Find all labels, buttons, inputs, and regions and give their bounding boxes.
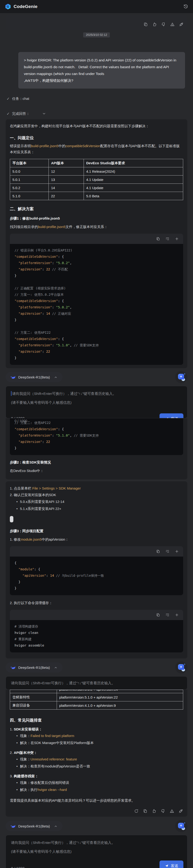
sparkle-icon: + (184, 372, 186, 376)
thumbs-up-icon[interactable] (152, 809, 157, 813)
chat-input[interactable]: 请向我提问（Shift+Enter可换行），通过"↑↓"键可查看历史输入。 (请… (6, 386, 187, 418)
code-content: # 清理构建缓存hvigor clean# 重新构建hvigor assembl… (10, 620, 183, 652)
copy-icon[interactable] (143, 22, 148, 27)
code-content: // 错误示例 (平台5.0.2对应API22)"compatibleSdkVe… (10, 244, 183, 365)
thumbs-down-icon[interactable] (161, 809, 165, 813)
done-label: 完成回答： (12, 112, 30, 116)
faq-1-title: 1. SDK未安装错误： (10, 726, 183, 732)
chevron-up-icon (54, 824, 58, 828)
step3-item2: 2. 执行以下命令清理缓存： (10, 600, 183, 606)
step3-title: 步骤3：同步项目配置 (10, 528, 183, 534)
send-button[interactable]: 发送 (160, 861, 183, 868)
input-placeholder-line2: (请不要输入账号密码等个人敏感信息) (11, 849, 182, 855)
model-pill-row: DeepSeek-R1(Beta) + + (6, 820, 187, 832)
model-name: DeepSeek-R1(Beta) (18, 824, 50, 828)
model-selector[interactable]: DeepSeek-R1(Beta) (6, 372, 63, 382)
table-row: 兼容旧设备platformVersion:4.1.0 + apiVersion:… (10, 702, 183, 710)
new-chat-button[interactable]: + + (175, 661, 187, 674)
table-header-cell: API版本 (49, 159, 84, 167)
check-icon: ✓ (6, 112, 10, 116)
model-pill-row: DeepSeek-R1(Beta) + + (6, 661, 187, 674)
codegenie-logo-icon: G (5, 3, 11, 10)
check-icon: ✓ (6, 97, 10, 101)
code-new-file-icon[interactable] (175, 549, 179, 554)
code-copy-icon[interactable] (156, 613, 160, 617)
done-row[interactable]: ✓ 完成回答： (6, 111, 193, 116)
code-insert-icon[interactable] (165, 237, 169, 241)
code-block-build-profile: // 错误示例 (平台5.0.2对应API22)"compatibleSdkVe… (10, 234, 183, 365)
input-placeholder-line2: (请不要输入账号密码等个人敏感信息) (11, 400, 182, 405)
paper-plane-icon (165, 417, 169, 418)
chevron-up-icon (54, 375, 58, 379)
code-content: { "module": { "apiVersion": 14 // 与build… (10, 557, 183, 595)
step2-description: 在DevEco Studio中： (10, 468, 183, 474)
previous-answer-card (6, 15, 187, 30)
sdk-check-steps: 1. 点击菜单栏 File > Settings > SDK Manager2.… (10, 485, 183, 498)
copy-icon[interactable] (143, 809, 148, 813)
timestamp-chip: 2025/3/10 02:12 (83, 32, 110, 37)
chevron-down-icon[interactable] (42, 111, 46, 116)
version-mapping-table: 平台版本API版本DevEco Studio版本要求5.0.0124.1 Rel… (10, 159, 183, 200)
new-chat-bubble-icon: + (178, 823, 184, 828)
step1-description: 找到项目根目录的build-profile.json5文件，修正版本对应关系： (10, 224, 183, 230)
thumbs-down-icon[interactable] (161, 22, 166, 27)
input-placeholder-line1: 请向我提问（Shift+Enter可换行），通过"↑↓"键可查看历史输入。 (11, 840, 182, 845)
recommendation-table: platformVersion:5.0.2 + apiVersion:14 尝鲜… (10, 690, 183, 710)
answer-panel-1b: 0 / 1000 // 方案二: 使用API22"compatibleSdkVe… (6, 418, 187, 479)
model-name: DeepSeek-R1(Beta) (18, 665, 50, 670)
deepseek-logo-icon (10, 374, 16, 380)
model-selector[interactable]: DeepSeek-R1(Beta) (6, 821, 63, 831)
send-button[interactable]: 发送 (160, 413, 183, 418)
app-title: CodeGenie (13, 4, 37, 9)
faq-3-title: 3. 构建缓存残留： (10, 773, 183, 779)
task-row: ✓ 任务：chat (6, 97, 193, 101)
faq-2-bullets: •现象：Unresolved reference: feature•解决：检查所… (10, 756, 183, 770)
list-item: •解决：检查所有module的apiVersion是否一致 (10, 763, 183, 770)
model-selector[interactable]: DeepSeek-R1(Beta) (6, 662, 63, 673)
rocket-icon[interactable] (179, 809, 183, 813)
heading-solution: 二、解决方案 (10, 206, 183, 212)
list-item: 2. 确认已安装对应版本的SDK (10, 492, 183, 498)
code-insert-icon[interactable] (165, 613, 169, 617)
history-icon[interactable] (183, 4, 188, 9)
input-placeholder-line1: 请向我提问（Shift+Enter可换行），通过"↑↓"键可查看历史输入。 (11, 680, 182, 686)
chat-input[interactable]: 请向我提问（Shift+Enter可换行），通过"↑↓"键可查看历史输入。 (请… (6, 835, 187, 868)
text-caret (11, 391, 11, 396)
clipped-counter-artifact: 0 / 1000 (14, 419, 27, 423)
step2-title: 步骤2：检查SDK安装情况 (10, 459, 183, 465)
list-item: 1. 点击菜单栏 File > Settings > SDK Manager (10, 485, 183, 492)
regenerate-icon[interactable] (134, 809, 139, 813)
task-label: 任务：chat (12, 97, 29, 101)
new-chat-button[interactable]: + + (175, 371, 187, 383)
code-copy-icon[interactable] (156, 237, 160, 241)
answer-panel-1: 在鸿蒙应用开发中，构建时出现平台版本与API版本不匹配的问题需要按照以下步骤解决… (6, 119, 187, 368)
chat-input-clipped[interactable]: 请向我提问（Shift+Enter可换行），通过"↑↓"键可查看历史输入。 (请… (6, 676, 187, 690)
sparkle-icon: + (184, 822, 186, 825)
table-row: 尝鲜新特性platformVersion:5.1.0 + apiVersion:… (10, 693, 183, 702)
report-warning-icon[interactable] (170, 22, 175, 27)
thumbs-up-icon[interactable] (152, 22, 157, 27)
code-copy-icon[interactable] (156, 549, 160, 554)
rocket-icon[interactable] (179, 22, 184, 27)
faq-2-title: 2. API版本冲突： (10, 750, 183, 756)
code-insert-icon[interactable] (165, 549, 169, 554)
app-header: G CodeGenie (0, 0, 193, 13)
code-block-module-json: { "module": { "apiVersion": 14 // 与build… (10, 546, 183, 595)
answer-panel-2: 1. 点击菜单栏 File > Settings > SDK Manager2.… (6, 481, 187, 658)
code-new-file-icon[interactable] (175, 613, 179, 617)
answer-intro: 在鸿蒙应用开发中，构建时出现平台版本与API版本不匹配的问题需要按照以下步骤解决… (10, 123, 183, 129)
table-row: 5.0.2144.1 Update (10, 184, 183, 192)
code-new-file-icon[interactable] (175, 237, 179, 241)
user-message: > hvigor ERROR: The platform version (5.… (18, 52, 185, 89)
heading-problem-locate: 一、问题定位 (10, 135, 183, 141)
sparkle-icon: + (184, 663, 186, 666)
list-item: •解决：在SDK Manager中安装对应Platform版本 (10, 739, 183, 746)
table-header-cell: 平台版本 (10, 159, 49, 167)
deepseek-logo-icon (10, 823, 16, 829)
new-chat-button[interactable]: + + (175, 820, 187, 832)
answer-panel-3: platformVersion:5.0.2 + apiVersion:14 尝鲜… (6, 690, 187, 817)
report-warning-icon[interactable] (169, 809, 174, 813)
paper-plane-icon (165, 864, 169, 868)
table-row-partial: platformVersion:5.0.2 + apiVersion:14 (10, 690, 183, 693)
step3-item1: 1. 修改module.json5中的apiVersion： (10, 536, 183, 542)
